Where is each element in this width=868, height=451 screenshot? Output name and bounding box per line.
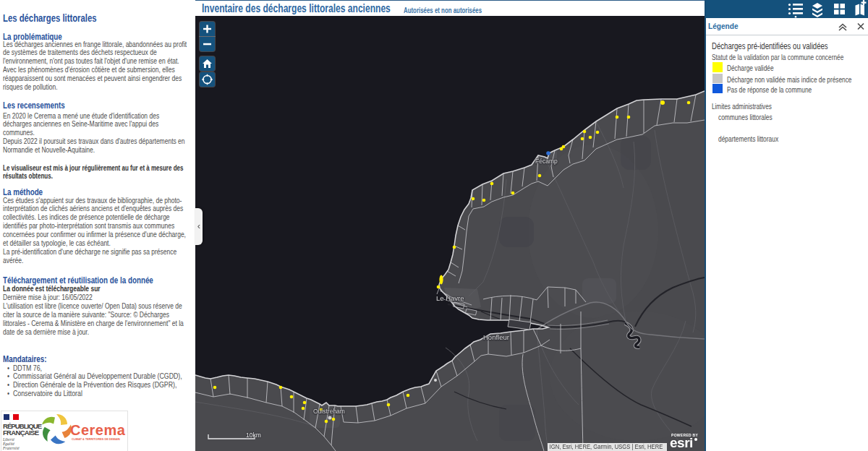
svg-text:Fraternité: Fraternité — [2, 446, 20, 450]
svg-text:Cerema: Cerema — [70, 422, 126, 438]
svg-text:FRANÇAISE: FRANÇAISE — [3, 429, 39, 437]
svg-text:CLIMAT & TERRITOIRES DE DEMAIN: CLIMAT & TERRITOIRES DE DEMAIN — [72, 438, 120, 441]
svg-text:Égalité: Égalité — [2, 441, 14, 446]
